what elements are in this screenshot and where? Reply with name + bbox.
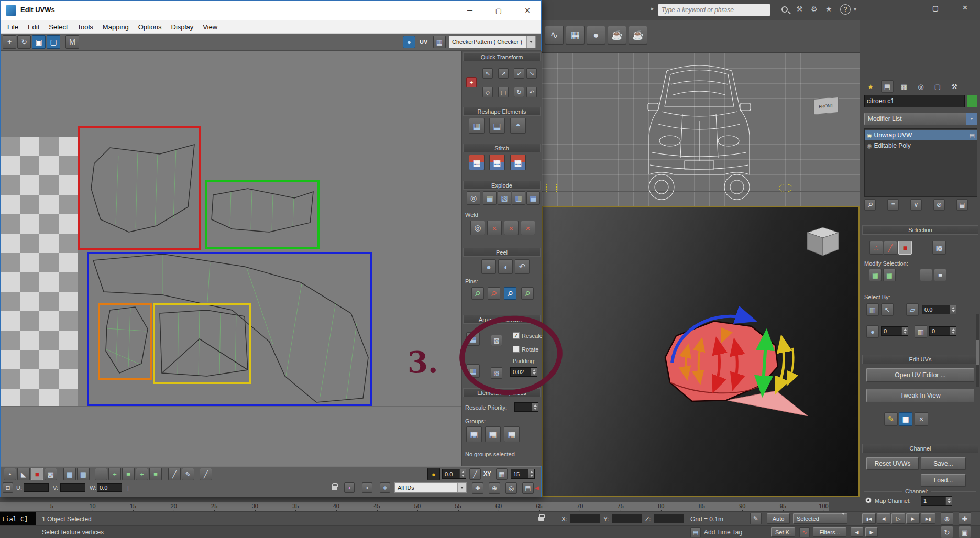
rollout-channel-header[interactable]: Channel [862, 444, 978, 453]
absolute-typein-button[interactable]: + [466, 77, 477, 87]
u-coord-field[interactable] [24, 483, 49, 492]
menu-select[interactable]: Select [44, 21, 72, 32]
settings-icon[interactable]: ⚙ [811, 5, 818, 13]
visibility-bulb-icon[interactable]: ◉ [867, 142, 872, 149]
configure-modifier-icon[interactable]: ▤ [956, 199, 968, 211]
pattern-dropdown[interactable]: CheckerPattern ( Checker ) [449, 36, 536, 48]
absolute-mode-icon[interactable]: ⊡ [3, 482, 13, 493]
help-icon[interactable]: ? [840, 4, 851, 15]
time-tag-icon[interactable]: ▤ [690, 527, 701, 537]
main-close-button[interactable]: × [950, 0, 980, 16]
freeform-tool-icon[interactable]: ▢ [47, 35, 60, 49]
dialog-minimize-button[interactable]: ─ [457, 1, 483, 20]
uv-cluster-frame-orange[interactable] [98, 303, 152, 380]
stitch-to-target-icon[interactable]: ▦ [489, 155, 505, 170]
schematic-view-icon[interactable]: ▦ [566, 26, 585, 45]
menu-display[interactable]: Display [167, 21, 199, 32]
menu-tools[interactable]: Tools [73, 21, 98, 32]
brush-falloff-icon[interactable]: ✎ [182, 468, 194, 480]
rollout-quick-transform[interactable]: Quick Transform [463, 52, 541, 61]
material-id-filter-dropdown[interactable]: All IDs [394, 482, 467, 493]
zoom-region-icon[interactable]: ◎ [505, 482, 517, 494]
next-frame-button[interactable]: ▶ [906, 513, 920, 524]
stack-row-editable-poly[interactable]: ◉ Editable Poly [865, 141, 977, 150]
rollout-selection-header[interactable]: Selection [862, 225, 978, 235]
main-maximize-button[interactable]: ▢ [922, 0, 949, 16]
pan-canvas-icon[interactable]: ✚ [472, 482, 483, 494]
relax-icon[interactable]: ▤ [489, 118, 505, 134]
timeline-tick[interactable]: 95 [780, 503, 786, 509]
grow-loop-icon[interactable]: + [136, 468, 148, 480]
timeline-tick[interactable]: 85 [699, 503, 705, 509]
rollout-edit-uvs-header[interactable]: Edit UVs [862, 355, 978, 364]
object-name-field[interactable]: citroen c1 [864, 95, 965, 107]
menu-view[interactable]: View [198, 21, 222, 32]
texture-grid-icon[interactable]: ▦ [433, 36, 446, 48]
hierarchy-tab-icon[interactable]: ▩ [898, 80, 910, 93]
previous-frame-button[interactable]: ◀ [877, 513, 890, 524]
scale-tool-icon[interactable]: ▣ [32, 35, 46, 49]
timeline-tick[interactable]: 35 [292, 503, 299, 509]
timeline-tick[interactable]: 100 [819, 503, 828, 509]
paint-mode-icon[interactable]: ╱ [200, 468, 212, 480]
rollout-stitch[interactable]: Stitch [463, 144, 541, 152]
stack-row-unwrap-uvw[interactable]: ◉ Unwrap UVW ▤ [865, 130, 977, 140]
dialog-close-button[interactable]: × [514, 1, 541, 20]
viewport-front[interactable]: FRONT [542, 53, 860, 206]
timeline-tick[interactable]: 30 [252, 503, 258, 509]
unpin-selected-icon[interactable]: ⚲ [488, 287, 500, 300]
show-map-seams-icon[interactable]: ▦ [899, 412, 912, 426]
menu-file[interactable]: File [3, 21, 23, 32]
menu-mapping[interactable]: Mapping [98, 21, 134, 32]
planar-angle-spinner[interactable]: 0.0 [922, 305, 956, 314]
quick-peel-icon[interactable]: ● [481, 259, 496, 274]
pin-stack-icon[interactable]: ⚲ [864, 199, 876, 211]
timeline-tick[interactable]: 40 [333, 503, 339, 509]
falloff-curve-icon[interactable]: ╱ [469, 468, 481, 480]
expand-loop-icon[interactable]: + [108, 468, 121, 480]
material-id-spinner[interactable]: 0 [929, 326, 956, 336]
create-tab-icon[interactable]: ★ [864, 80, 877, 93]
map-channel-spinner[interactable]: 1 [921, 496, 952, 506]
align-to-edge-icon[interactable]: ◇ [482, 87, 493, 97]
uv-element-mode-icon[interactable]: ▩ [45, 468, 57, 480]
select-cursor-icon[interactable]: ↖ [881, 303, 894, 316]
falloff-grid-icon[interactable]: ▦ [496, 468, 508, 480]
show-map-icon[interactable]: ● [403, 36, 415, 48]
weld-all-icon[interactable]: × [504, 221, 519, 235]
timeline-tick[interactable]: 5 [50, 503, 53, 509]
modify-tab-icon[interactable]: ▤ [881, 80, 894, 93]
align-vertical-icon[interactable]: ↗ [498, 68, 509, 79]
utilities-tab-icon[interactable]: ⚒ [948, 80, 961, 93]
remove-modifier-icon[interactable]: ⊘ [933, 199, 945, 211]
display-tab-icon[interactable]: ▢ [931, 80, 944, 93]
panel-scrollbar[interactable] [976, 314, 979, 387]
z-coord-field[interactable] [654, 514, 684, 523]
go-to-end-button[interactable]: ▶▮ [921, 513, 935, 524]
render-setup-icon[interactable]: ☕ [608, 26, 626, 45]
auto-key-button[interactable]: Auto [767, 513, 790, 524]
timeline-tick[interactable]: 50 [414, 503, 421, 509]
tweak-in-view-button[interactable]: Tweak In View [866, 389, 974, 402]
select-by-smoothing-icon[interactable]: ● [866, 325, 879, 338]
timeline-tick[interactable]: 60 [495, 503, 502, 509]
align-horizontal-icon[interactable]: ↖ [482, 68, 493, 79]
snap-options-icon[interactable]: ◖ [344, 482, 355, 493]
space-horizontal-icon[interactable]: ↘ [526, 68, 537, 79]
edge-subobject-icon[interactable]: ╱ [884, 241, 897, 255]
material-editor-icon[interactable]: ● [587, 26, 605, 45]
mute-icon[interactable]: ◀ [535, 485, 539, 491]
timeline-tick[interactable]: 75 [618, 503, 624, 509]
grow-selection-icon[interactable]: ▦ [869, 269, 882, 281]
dummy-helper-2[interactable] [546, 184, 557, 192]
pan-view-icon[interactable]: ✚ [959, 512, 971, 525]
dialog-titlebar[interactable]: Edit UVWs ─ ▢ × [1, 1, 541, 20]
viewport-perspective[interactable] [542, 206, 860, 497]
rotate-90-icon[interactable]: ↻ [514, 87, 524, 97]
stitch-custom-icon[interactable]: ▦ [469, 155, 485, 170]
loop-selection-icon[interactable]: ≡ [934, 269, 946, 281]
dummy-helper[interactable] [779, 184, 792, 192]
break-by-vertex-icon[interactable]: ▦ [526, 191, 540, 205]
lock-selection-icon[interactable] [332, 486, 337, 490]
favorites-icon[interactable]: ★ [825, 5, 832, 13]
